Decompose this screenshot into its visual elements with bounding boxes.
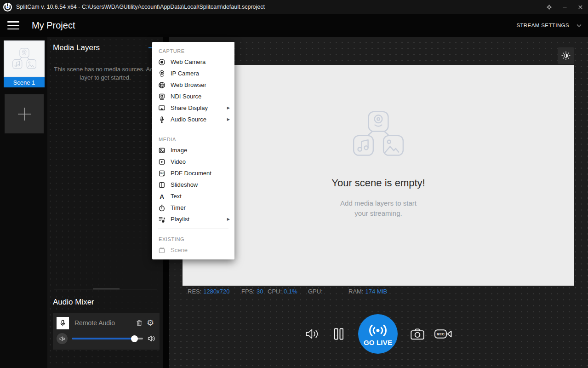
web-browser-icon: [158, 81, 166, 89]
menu-item-web-camera[interactable]: Web Camera: [152, 56, 234, 68]
menu-item-label: Scene: [171, 247, 230, 253]
menu-item-label: Share Display: [171, 104, 227, 111]
menu-item-label: Audio Source: [171, 116, 227, 123]
brightness-button[interactable]: [558, 47, 574, 64]
scene-thumbnail[interactable]: [4, 40, 45, 77]
camera-icon: [410, 327, 425, 341]
volume-slider-thumb[interactable]: [131, 335, 138, 342]
pause-button[interactable]: [332, 327, 345, 341]
panel-resize-handle[interactable]: [54, 288, 157, 291]
broadcast-icon: [367, 324, 388, 336]
chevron-down-icon: [577, 24, 582, 27]
speaker-icon: [148, 334, 156, 343]
go-live-label: GO LIVE: [364, 339, 392, 346]
menu-item-video[interactable]: Video: [152, 156, 234, 167]
sparkle-icon: [546, 4, 552, 10]
menu-item-text[interactable]: AText: [152, 190, 234, 202]
stream-settings-label: STREAM SETTINGS: [516, 23, 569, 28]
svg-text:A: A: [160, 193, 164, 200]
volume-slider[interactable]: [72, 338, 143, 339]
menu-item-label: Timer: [171, 204, 230, 211]
menu-item-label: IP Camera: [171, 70, 230, 77]
scene-name-badge: Scene 1: [4, 77, 45, 87]
speaker-muted-icon: [59, 335, 66, 342]
app-bar: My Project STREAM SETTINGS: [0, 14, 588, 37]
microphone-icon: [57, 317, 69, 329]
menu-item-label: Text: [171, 193, 230, 200]
stat-fps: FPS:30: [241, 288, 263, 295]
media-layers-title: Media Layers: [53, 43, 100, 52]
menu-item-label: Playlist: [171, 216, 227, 223]
window-title: SplitCam v. 10.6.54 x64 - C:\Users\WDAGU…: [16, 4, 265, 10]
media-cluster-icon: [10, 48, 39, 70]
menu-item-audio-source[interactable]: Audio Source▶: [152, 114, 234, 125]
video-icon: [158, 158, 166, 166]
empty-scene-title: Your scene is empty!: [331, 177, 425, 189]
menu-item-web-browser[interactable]: Web Browser: [152, 79, 234, 91]
sun-icon: [561, 51, 571, 61]
menu-item-ip-camera[interactable]: IP Camera: [152, 68, 234, 79]
menu-item-label: NDI Source: [171, 93, 230, 100]
svg-text:PDF: PDF: [160, 172, 164, 174]
menu-section-capture: CAPTURE: [152, 45, 234, 56]
audio-source-icon: [158, 115, 166, 123]
menu-item-scene[interactable]: Scene: [152, 244, 234, 256]
menu-item-timer[interactable]: Timer: [152, 202, 234, 213]
close-icon: [577, 4, 583, 10]
stat-gpu: GPU:: [308, 288, 325, 295]
menu-item-label: Slideshow: [171, 181, 230, 188]
menu-button[interactable]: [7, 21, 19, 29]
mute-button[interactable]: [57, 333, 68, 344]
project-title: My Project: [32, 20, 75, 31]
menu-item-playlist[interactable]: Playlist▶: [152, 213, 234, 225]
minimize-button[interactable]: [557, 0, 572, 14]
menu-item-ndi-source[interactable]: NDI Source: [152, 91, 234, 102]
media-cluster-icon: [348, 111, 408, 158]
scenes-sidebar: Scene 1: [0, 37, 47, 368]
stream-settings-button[interactable]: STREAM SETTINGS: [516, 23, 582, 28]
gear-icon: ⚙: [147, 319, 154, 327]
ip-camera-icon: [158, 69, 166, 77]
status-bar: RES:1280x720FPS:30CPU:0.1%GPU:RAM:174 Mi…: [169, 288, 588, 297]
snapshot-button[interactable]: [410, 327, 425, 341]
submenu-arrow-icon: ▶: [227, 106, 230, 110]
share-display-icon: [158, 104, 166, 112]
menu-divider: [158, 229, 228, 229]
slideshow-icon: [158, 181, 166, 189]
audio-settings-button[interactable]: ⚙: [145, 317, 156, 328]
pause-icon: [332, 327, 345, 341]
go-live-button[interactable]: GO LIVE: [358, 314, 398, 354]
add-layer-menu: CAPTUREWeb CameraIP CameraWeb BrowserNDI…: [152, 42, 234, 259]
playlist-icon: [158, 215, 166, 223]
menu-item-pdf-document[interactable]: PDFPDF Document: [152, 167, 234, 179]
pin-on-top-button[interactable]: [541, 0, 557, 14]
speaker-icon: [305, 327, 320, 341]
stat-res: RES:1280x720: [188, 288, 229, 295]
splitcam-logo-icon: [3, 2, 12, 12]
empty-layers-message: This scene has no media sources. Add lay…: [52, 65, 159, 82]
record-button[interactable]: REC: [434, 327, 452, 341]
image-icon: [158, 146, 166, 154]
menu-section-media: MEDIA: [152, 133, 234, 144]
audio-monitor-button[interactable]: [305, 327, 320, 341]
add-scene-button[interactable]: [5, 94, 44, 133]
menu-divider: [158, 129, 228, 129]
menu-item-share-display[interactable]: Share Display▶: [152, 102, 234, 114]
ndi-source-icon: [158, 92, 166, 100]
submenu-arrow-icon: ▶: [227, 117, 230, 121]
scene-preview-canvas[interactable]: Your scene is empty! Add media layers to…: [183, 65, 574, 286]
text-icon: A: [158, 192, 166, 200]
menu-item-image[interactable]: Image: [152, 144, 234, 156]
menu-item-label: Web Browser: [171, 81, 230, 88]
delete-audio-button[interactable]: [134, 317, 145, 328]
audio-mixer-title: Audio Mixer: [53, 298, 94, 307]
title-bar: SplitCam v. 10.6.54 x64 - C:\Users\WDAGU…: [0, 0, 588, 14]
menu-item-label: Image: [171, 147, 230, 154]
menu-section-existing: EXISTING: [152, 233, 234, 244]
menu-item-slideshow[interactable]: Slideshow: [152, 179, 234, 190]
plus-icon: [15, 104, 34, 124]
audio-source-name: Remote Audio: [74, 319, 134, 327]
timer-icon: [158, 204, 166, 212]
menu-item-label: Video: [171, 158, 230, 165]
close-button[interactable]: [572, 0, 588, 14]
